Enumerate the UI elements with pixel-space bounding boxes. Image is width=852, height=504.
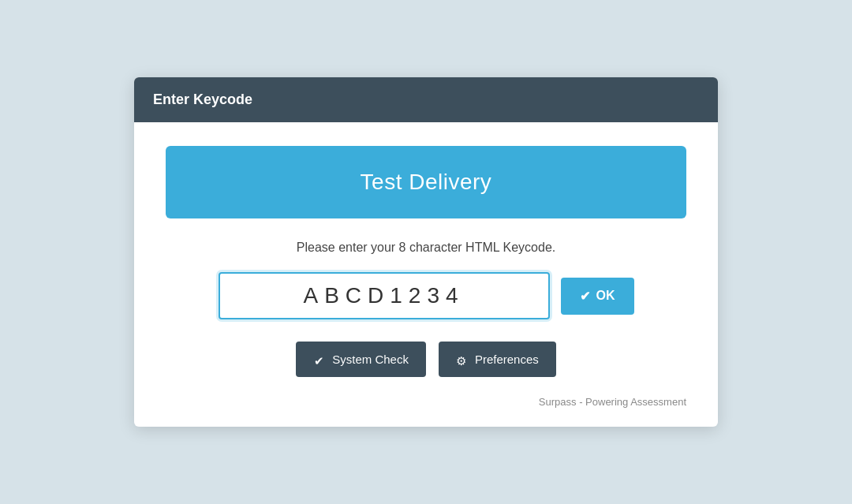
system-check-label: System Check: [332, 353, 409, 366]
keycode-input[interactable]: [219, 272, 550, 319]
system-check-button[interactable]: ✔ System Check: [296, 342, 426, 377]
dialog-body: Test Delivery Please enter your 8 charac…: [134, 122, 718, 427]
banner-text: Test Delivery: [361, 170, 492, 194]
dialog-title: Enter Keycode: [153, 91, 252, 107]
dialog-header: Enter Keycode: [134, 77, 718, 122]
preferences-button[interactable]: ⚙ Preferences: [439, 342, 556, 377]
action-buttons: ✔ System Check ⚙ Preferences: [296, 342, 556, 377]
ok-button-label: OK: [596, 289, 615, 303]
gear-icon: ⚙: [456, 354, 467, 365]
check-icon: ✔: [313, 354, 324, 365]
footer-text: Surpass - Powering Assessment: [539, 396, 686, 408]
keycode-row: ✔ OK: [166, 272, 686, 319]
enter-keycode-dialog: Enter Keycode Test Delivery Please enter…: [134, 77, 718, 427]
ok-check-icon: ✔: [580, 289, 590, 304]
banner: Test Delivery: [166, 146, 686, 218]
ok-button[interactable]: ✔ OK: [561, 278, 634, 315]
preferences-label: Preferences: [475, 353, 539, 366]
instruction-text: Please enter your 8 character HTML Keyco…: [297, 241, 555, 255]
